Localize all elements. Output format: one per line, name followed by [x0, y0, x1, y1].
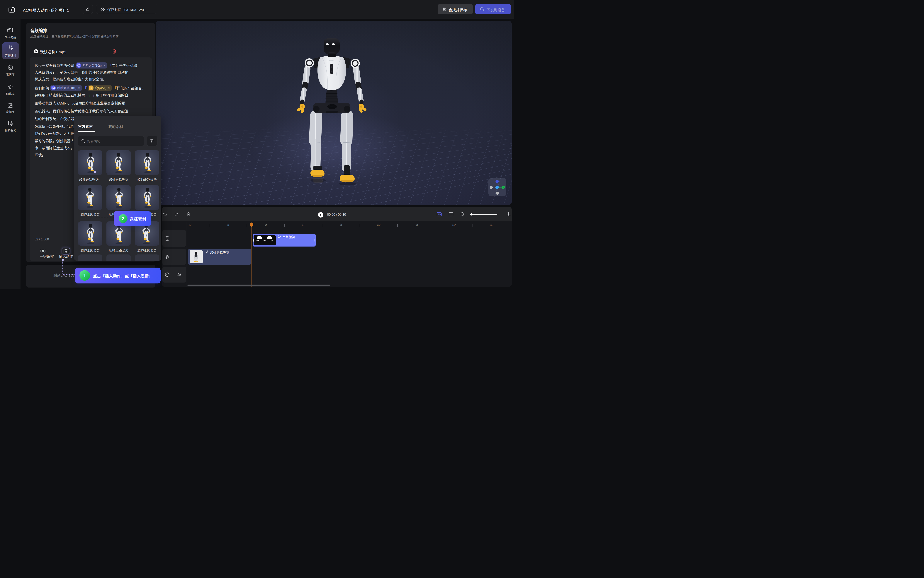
svg-text:U·ROBOT: U·ROBOT — [329, 60, 334, 61]
svg-text:Z: Z — [496, 180, 498, 182]
svg-text:Y: Y — [496, 187, 498, 188]
svg-text:X: X — [503, 186, 504, 188]
svg-text:AI: AI — [42, 250, 44, 252]
